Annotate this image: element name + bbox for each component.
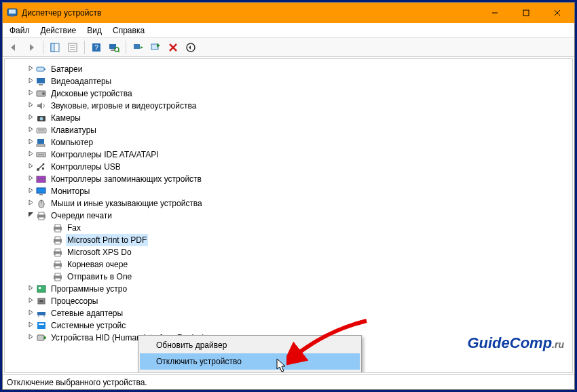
expand-icon[interactable] [26,124,35,136]
svg-rect-57 [55,241,60,244]
tree-node[interactable]: Сетевые адаптеры [7,307,570,319]
update-driver-button[interactable] [130,39,146,56]
expand-icon[interactable] [26,100,35,112]
svg-rect-74 [37,322,45,329]
network-icon [36,309,47,318]
mouse-icon [36,199,47,208]
tree-node-label: Звуковые, игровые и видеоустройства [50,100,198,112]
svg-rect-53 [55,224,60,227]
tree-node[interactable]: Процессоры [7,295,570,307]
minimize-button[interactable] [479,3,510,23]
statusbar: Отключение выбранного устройства. [3,374,574,389]
tree-node-label: Контроллеры IDE ATA/ATAPI [50,149,160,161]
expand-icon[interactable] [26,307,35,319]
tree-node[interactable]: Звуковые, игровые и видеоустройства [7,100,570,112]
tree-node[interactable]: Microsoft Print to PDF [7,234,570,246]
window-title: Диспетчер устройств [22,8,479,18]
tree-node[interactable]: Мыши и иные указывающие устройства [7,197,570,210]
expand-icon[interactable] [26,332,35,344]
tree-node-label: Контроллеры USB [50,161,122,173]
expand-icon[interactable] [26,197,35,210]
tree-node[interactable]: Контроллеры IDE ATA/ATAPI [7,149,570,161]
ctx-disable-device[interactable]: Отключить устройство [140,353,360,370]
uninstall-device-button[interactable] [165,39,181,56]
svg-rect-75 [39,324,44,325]
ctx-update-driver[interactable]: Обновить драйвер [140,337,360,353]
svg-rect-1 [9,9,16,14]
tree-node[interactable]: Батареи [7,63,570,75]
expand-icon[interactable] [26,136,35,149]
tree-node[interactable]: Клавиатуры [7,124,570,136]
tree-node[interactable]: Fax [7,222,570,234]
menu-action[interactable]: Действие [35,24,82,37]
expand-icon[interactable] [26,295,35,307]
tree-node[interactable]: Контроллеры запоминающих устройств [7,173,570,185]
svg-point-29 [42,92,45,95]
status-text: Отключение выбранного устройства. [7,378,147,387]
show-hide-tree-button[interactable] [47,39,63,56]
tree-node[interactable]: Программные устро [7,283,570,295]
svg-rect-26 [37,78,45,83]
expand-icon[interactable] [26,185,35,197]
tree-node[interactable]: Отправить в One [7,271,570,283]
menu-file[interactable]: Файл [4,24,35,37]
svg-rect-16 [111,50,115,51]
expand-icon[interactable] [26,283,35,295]
back-button[interactable] [5,39,22,56]
tree-node-label: Клавиатуры [50,124,98,136]
svg-rect-44 [37,180,45,182]
monitor-icon [36,187,47,196]
printer-icon [52,272,63,281]
expand-icon[interactable] [26,149,35,161]
disable-device-button[interactable] [183,39,199,56]
expand-icon[interactable] [26,161,35,173]
tree-node[interactable]: Контроллеры USB [7,161,570,173]
expand-icon[interactable] [26,75,35,87]
tree-node-label: Fax [66,222,82,234]
forward-button[interactable] [23,39,39,56]
svg-rect-59 [55,249,60,252]
keyboard-icon [36,125,47,135]
svg-point-41 [43,163,45,165]
expand-icon[interactable] [26,87,35,100]
tree-node-label: Microsoft XPS Do [66,246,133,258]
camera-icon [36,113,47,123]
tree-node[interactable]: Дисковые устройства [7,87,570,100]
display-icon [36,77,47,86]
svg-rect-54 [55,229,60,232]
svg-rect-25 [44,68,45,70]
printer-icon [52,248,63,257]
maximize-button[interactable] [510,3,542,23]
tree-node[interactable]: Корневая очере [7,258,570,271]
expand-icon[interactable] [26,173,35,185]
tree-node[interactable]: Мониторы [7,185,570,197]
computer-icon [36,138,47,147]
svg-rect-45 [37,188,45,193]
ctx-uninstall-device[interactable]: Удалить устройство [140,370,360,373]
tree-node-label: Контроллеры запоминающих устройств [50,173,203,185]
scan-hardware-button[interactable] [106,39,122,56]
tree-node-label: Видеоадаптеры [50,75,113,87]
tree-node[interactable]: Компьютер [7,136,570,149]
menu-help[interactable]: Справка [107,24,150,37]
expand-icon[interactable] [26,112,35,124]
svg-rect-36 [37,144,45,146]
disk-icon [36,89,47,98]
device-tree[interactable]: БатареиВидеоадаптерыДисковые устройстваЗ… [5,59,572,372]
expand-icon[interactable] [26,319,35,332]
close-button[interactable] [542,3,573,23]
tree-node[interactable]: Видеоадаптеры [7,75,570,87]
enable-device-button[interactable] [147,39,164,56]
properties-button[interactable] [64,39,81,56]
tree-node-label: Корневая очере [66,258,129,271]
tree-node[interactable]: Очереди печати [7,210,570,222]
collapse-icon[interactable] [26,210,35,222]
tree-node[interactable]: Системные устройс [7,319,570,332]
tree-node[interactable]: Microsoft XPS Do [7,246,570,258]
tree-node[interactable]: Камеры [7,112,570,124]
sound-icon [36,101,47,111]
help-button[interactable]: ? [88,39,105,56]
expand-icon[interactable] [26,63,35,75]
watermark-tld: .ru [552,339,564,350]
menu-view[interactable]: Вид [81,24,107,37]
